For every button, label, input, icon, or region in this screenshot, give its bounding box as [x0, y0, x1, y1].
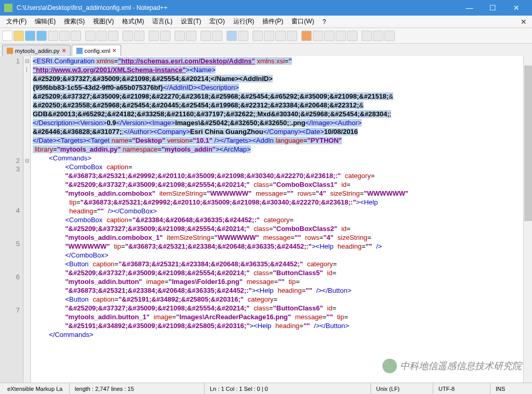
menu-file[interactable]: 文件(F): [2, 16, 31, 27]
open-icon[interactable]: [14, 31, 24, 41]
status-encoding: UTF-8: [433, 383, 490, 394]
playmulti-icon[interactable]: [336, 31, 346, 41]
monitor-icon[interactable]: [301, 31, 312, 41]
watermark-icon: [382, 359, 397, 373]
copy-icon[interactable]: [97, 31, 107, 41]
status-insert: INS: [490, 383, 510, 394]
tab-bar: mytools_addin.py ✕ config.xml ✕: [0, 44, 532, 56]
play-icon[interactable]: [324, 31, 335, 41]
menu-search[interactable]: 搜索(S): [60, 16, 89, 27]
title-bar: C:\Users\a\Desktop\first_addin\config.xm…: [0, 0, 532, 16]
watermark: 中科地信遥感信息技术研究院: [382, 359, 522, 373]
tab-close-icon[interactable]: ✕: [112, 48, 116, 53]
fold-margin[interactable]: ⊟ | ⊟: [23, 56, 31, 383]
menu-language[interactable]: 语言(L): [148, 16, 177, 27]
zoomin-icon[interactable]: [175, 31, 185, 41]
closeall-icon[interactable]: [59, 31, 70, 41]
paste-icon[interactable]: [108, 31, 118, 41]
watermark-text: 中科地信遥感信息技术研究院: [400, 360, 522, 372]
misc2-icon[interactable]: [373, 31, 383, 41]
status-length: length : 2,747 lines : 15: [70, 383, 205, 394]
close-icon[interactable]: [48, 31, 58, 41]
minimize-button[interactable]: —: [458, 0, 481, 16]
tab-close-icon[interactable]: ✕: [62, 48, 66, 53]
saveall-icon[interactable]: [36, 31, 47, 41]
tab-label: config.xml: [85, 48, 111, 54]
sync-icon[interactable]: [201, 31, 211, 41]
replace-icon[interactable]: [160, 31, 170, 41]
menu-view[interactable]: 视图(V): [89, 16, 118, 27]
close-button[interactable]: ✕: [504, 0, 528, 16]
menu-plugins[interactable]: 插件(P): [258, 16, 287, 27]
menu-edit[interactable]: 编辑(E): [31, 16, 60, 27]
tab-mytools[interactable]: mytools_addin.py ✕: [2, 45, 71, 56]
misc1-icon[interactable]: [362, 31, 372, 41]
save-icon[interactable]: [25, 31, 35, 41]
zoomout-icon[interactable]: [186, 31, 196, 41]
file-icon: [76, 48, 83, 54]
folder-icon[interactable]: [287, 31, 297, 41]
vertical-scrollbar[interactable]: [523, 56, 532, 383]
userlang-icon[interactable]: [252, 31, 263, 41]
tab-label: mytools_addin.py: [15, 48, 60, 54]
savemacro-icon[interactable]: [347, 31, 357, 41]
funclist-icon[interactable]: [275, 31, 286, 41]
menu-macro[interactable]: 宏(O): [205, 16, 229, 27]
menu-run[interactable]: 运行(R): [229, 16, 259, 27]
tab-config[interactable]: config.xml ✕: [72, 45, 122, 56]
undo-icon[interactable]: [123, 31, 133, 41]
status-position: Ln : 1 Col : 1 Sel : 0 | 0: [205, 383, 371, 394]
window-title: C:\Users\a\Desktop\first_addin\config.xm…: [17, 4, 458, 11]
menu-close-doc[interactable]: ✕: [521, 18, 530, 26]
app-icon: [4, 4, 12, 12]
status-bar: eXtensible Markup La length : 2,747 line…: [0, 383, 532, 394]
menu-bar: 文件(F) 编辑(E) 搜索(S) 视图(V) 格式(M) 语言(L) 设置(T…: [0, 16, 532, 28]
new-icon[interactable]: [2, 31, 12, 41]
toolbar: [0, 28, 532, 44]
docmap-icon[interactable]: [264, 31, 274, 41]
menu-window[interactable]: 窗口(W): [287, 16, 318, 27]
find-icon[interactable]: [149, 31, 159, 41]
code-content[interactable]: <ESRI.Configuration xmlns="http://schema…: [31, 56, 523, 383]
record-icon[interactable]: [313, 31, 323, 41]
line-numbers: 1 2 3 4 5 6 7: [0, 56, 23, 383]
indent-icon[interactable]: [238, 31, 248, 41]
misc3-icon[interactable]: [384, 31, 395, 41]
cut-icon[interactable]: [85, 31, 96, 41]
menu-settings[interactable]: 设置(T): [177, 16, 205, 27]
redo-icon[interactable]: [134, 31, 144, 41]
menu-help[interactable]: ?: [318, 17, 330, 26]
scrollbar-thumb[interactable]: [524, 65, 532, 221]
status-eol: Unix (LF): [371, 383, 433, 394]
editor-area: 1 2 3 4 5 6 7 ⊟ | ⊟ <ESRI.Configuration …: [0, 56, 532, 383]
maximize-button[interactable]: ☐: [481, 0, 504, 16]
menu-format[interactable]: 格式(M): [118, 16, 148, 27]
file-icon: [7, 48, 13, 54]
print-icon[interactable]: [71, 31, 81, 41]
wrap-icon[interactable]: [212, 31, 222, 41]
allchars-icon[interactable]: [227, 31, 237, 41]
status-language: eXtensible Markup La: [2, 383, 70, 394]
